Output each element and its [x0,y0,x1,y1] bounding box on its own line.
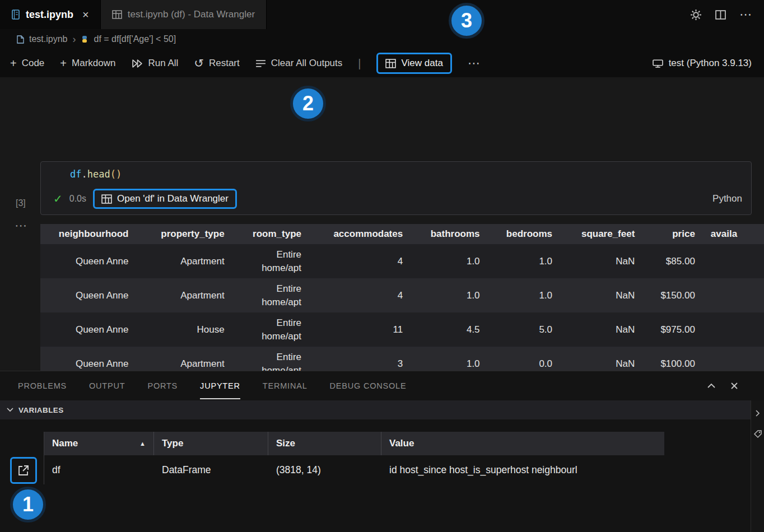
plus-icon: + [60,57,67,70]
close-panel-icon[interactable] [730,382,738,390]
cell: 5.0 [488,312,560,347]
cell: Queen Anne [40,312,136,347]
add-code-button[interactable]: + Code [10,57,44,70]
view-data-label: View data [401,58,442,69]
tag-icon[interactable] [753,430,762,438]
column-header: availa [703,224,764,244]
view-data-button[interactable]: View data [376,53,451,74]
column-header: room_type [232,224,309,244]
output-more-icon[interactable]: ⋯ [15,218,27,233]
variables-table: Name ▲ Type Size Value df DataFrame (381… [44,432,664,484]
panel-actions [707,382,746,390]
cell: $85.00 [642,244,703,278]
add-markdown-label: Markdown [72,58,115,69]
kernel-icon [653,59,663,68]
variables-label: VARIABLES [18,406,64,414]
clear-outputs-icon [255,59,266,68]
data-wrangler-icon [385,59,396,68]
panel-tab-output[interactable]: OUTPUT [89,372,125,399]
vars-column-name[interactable]: Name ▲ [44,432,154,455]
notebook-cell[interactable]: df.head() ✓ 0.0s Open 'df' in Data Wrang… [40,161,752,215]
split-editor-icon[interactable] [715,10,726,20]
cell-status-bar: ✓ 0.0s Open 'df' in Data Wrangler Python [53,186,742,211]
tab-data-wrangler[interactable]: test.ipynb (df) - Data Wrangler [100,0,267,29]
more-actions-icon[interactable]: ⋯ [739,8,752,21]
vars-column-size-label: Size [276,438,295,449]
restart-icon: ↺ [194,57,204,70]
vars-column-type[interactable]: Type [154,432,268,455]
cell-duration: 0.0s [69,194,86,204]
panel-tab-bar: PROBLEMS OUTPUT PORTS JUPYTER TERMINAL D… [0,371,764,400]
panel-tab-debug-console[interactable]: DEBUG CONSOLE [330,372,407,399]
cell: 4 [309,278,411,312]
kernel-label: test (Python 3.9.13) [669,58,752,69]
cell: House [136,312,232,347]
notebook-toolbar: + Code + Markdown Run All ↺ Restart Clea… [0,49,764,77]
code-token: . [81,169,87,180]
clear-all-outputs-button[interactable]: Clear All Outputs [255,58,343,69]
cell [703,278,764,312]
cell: Apartment [136,244,232,278]
toolbar-separator: | [358,57,361,70]
python-icon [81,35,88,43]
cell-code[interactable]: df.head() [70,169,122,180]
open-df-data-wrangler-button[interactable]: Open 'df' in Data Wrangler [93,189,237,209]
breadcrumb-file[interactable]: test.ipynb [29,34,67,44]
tab-test-ipynb[interactable]: test.ipynb × [0,0,100,29]
notebook-file-icon [11,10,20,20]
cell: NaN [560,312,642,347]
add-code-label: Code [22,58,45,69]
cell: NaN [560,244,642,278]
editor-actions: ⋯ [690,0,764,29]
clear-outputs-label: Clear All Outputs [271,58,343,69]
panel-tab-problems[interactable]: PROBLEMS [18,372,67,399]
vars-column-value-label: Value [389,438,414,449]
variables-section-header[interactable]: VARIABLES [0,400,751,419]
run-all-label: Run All [148,58,178,69]
cell: 11 [309,312,411,347]
cell-language[interactable]: Python [712,193,742,204]
cell [703,244,764,278]
restart-button[interactable]: ↺ Restart [194,57,239,70]
table-row: Queen Anne Apartment Entire home/apt 4 1… [40,278,764,312]
panel-tab-jupyter[interactable]: JUPYTER [200,372,240,399]
variable-type: DataFrame [154,464,268,476]
variable-value: id host_since host_is_superhost neighbou… [381,464,665,476]
open-in-data-viewer-button[interactable] [10,457,37,484]
gear-icon[interactable] [690,9,702,21]
breadcrumb: test.ipynb › df = df[df['Age'] < 50] [0,29,764,49]
cell: 1.0 [488,244,560,278]
close-icon[interactable]: × [82,8,89,21]
editor-tab-bar: test.ipynb × test.ipynb (df) - Data Wran… [0,0,764,29]
variable-row[interactable]: df DataFrame (3818, 14) id host_since ho… [44,455,664,484]
vars-column-value[interactable]: Value [381,432,665,455]
success-check-icon: ✓ [53,192,63,206]
chevron-right-icon[interactable] [755,409,760,417]
column-header: bedrooms [488,224,560,244]
open-external-icon [17,464,30,477]
cell: $150.00 [642,278,703,312]
cell: Entire home/apt [232,244,309,278]
panel-tab-terminal[interactable]: TERMINAL [263,372,308,399]
cell: NaN [560,278,642,312]
chevron-up-icon[interactable] [707,383,716,389]
execution-count: [3] [16,198,26,208]
breadcrumb-code[interactable]: df = df[df['Age'] < 50] [94,34,176,44]
cell [703,312,764,347]
vscode-window: test.ipynb × test.ipynb (df) - Data Wran… [0,0,764,532]
cell: Entire home/apt [232,312,309,347]
run-all-button[interactable]: Run All [131,58,178,69]
code-token: df [70,169,81,180]
chevron-down-icon [7,408,13,412]
more-actions-icon[interactable]: ⋯ [468,56,480,71]
vars-column-size[interactable]: Size [268,432,381,455]
panel-tab-ports[interactable]: PORTS [147,372,178,399]
tab-label: test.ipynb [26,9,73,21]
bottom-panel: PROBLEMS OUTPUT PORTS JUPYTER TERMINAL D… [0,371,764,532]
cell: Entire home/apt [232,278,309,312]
kernel-picker[interactable]: test (Python 3.9.13) [653,58,754,69]
add-markdown-button[interactable]: + Markdown [60,57,115,70]
column-header: neighbourhood [40,224,136,244]
column-header: square_feet [560,224,642,244]
table-row: Queen Anne Apartment Entire home/apt 4 1… [40,244,764,278]
